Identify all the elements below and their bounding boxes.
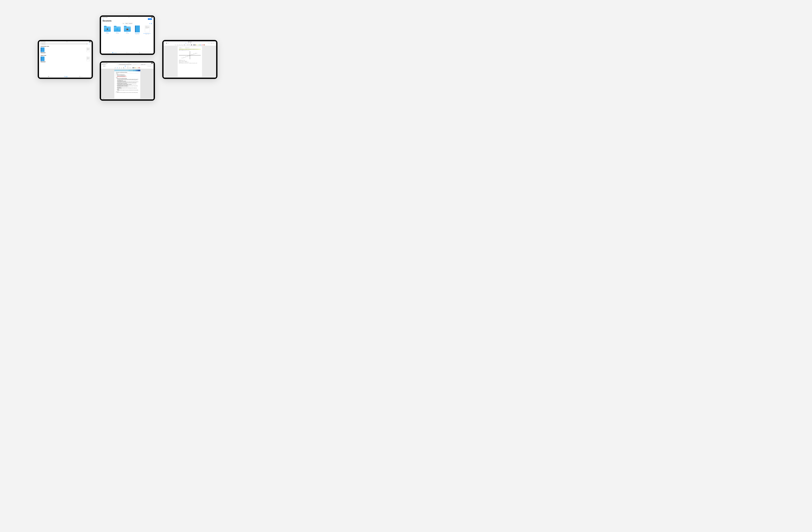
add-tab-icon[interactable]: + <box>215 42 216 42</box>
attach-tool[interactable] <box>187 44 188 45</box>
folder-work[interactable]: 💼 Work » Jul 29, 2024 <box>123 26 131 34</box>
result-notebook[interactable]: Meeting Notes 43 seconds ago <box>41 57 46 63</box>
svg-point-27 <box>125 67 126 68</box>
color-yellow[interactable] <box>196 44 197 45</box>
back-icon[interactable]: ‹ <box>163 42 165 42</box>
add-tab-button[interactable]: + <box>152 64 154 65</box>
doc-sequences[interactable]: Generating Sequences w… August 2, 2024 <box>143 26 151 34</box>
color-white[interactable] <box>198 44 198 45</box>
more-icon[interactable]: ⋯ <box>152 66 153 67</box>
undo-icon[interactable] <box>208 43 209 44</box>
folder-college[interactable]: 🎓 College » Jul 29, 2024 <box>103 26 112 34</box>
tab-meeting-notes[interactable]: Meeting Notes ⌄ ▢ <box>101 64 118 65</box>
mic-icon[interactable] <box>190 43 191 44</box>
tab-sequences[interactable]: ✕ Generating Sequences with Recurrent N…… <box>118 64 135 65</box>
color-black[interactable] <box>193 44 194 45</box>
color-white[interactable] <box>136 67 137 68</box>
search-input[interactable]: Action Items <box>40 43 88 45</box>
sort-icon[interactable] <box>149 23 150 24</box>
search-icon[interactable] <box>105 66 106 67</box>
tab-documents[interactable]: Documents <box>48 76 53 77</box>
more-icon[interactable]: ⋯ <box>214 43 215 44</box>
eraser-tool[interactable] <box>182 44 183 45</box>
folder-private[interactable]: 🌐 Private » Jul 29, 2024 <box>113 26 121 34</box>
view-grid-icon[interactable] <box>151 23 152 24</box>
search-value: Action Items <box>42 44 45 44</box>
cancel-button[interactable]: Cancel <box>89 44 91 44</box>
tab-boards[interactable]: Boards <box>139 52 142 53</box>
clear-icon[interactable] <box>87 44 87 44</box>
result-notebook[interactable]: Meeting Notes 43 seconds ago <box>41 47 46 54</box>
page-thumbnail[interactable] <box>86 57 90 61</box>
expand-icon[interactable]: ▢ <box>133 64 134 65</box>
mic-icon[interactable] <box>128 66 128 67</box>
share-icon[interactable] <box>213 43 214 44</box>
sort-segmented[interactable]: Date Name Favourite <box>122 23 133 24</box>
page-thumbnail[interactable] <box>86 47 90 52</box>
status-bar: 1:59 PM Tue Aug 6 ᯤ <box>101 62 154 64</box>
close-icon[interactable]: ▢ <box>117 64 117 65</box>
back-icon[interactable] <box>164 43 165 44</box>
undo-icon[interactable] <box>147 66 148 67</box>
attach-tool[interactable] <box>127 67 129 68</box>
lasso-tool[interactable] <box>186 44 186 45</box>
color-grey[interactable] <box>195 44 196 45</box>
sort-name[interactable]: Name <box>125 23 129 24</box>
color-red[interactable] <box>139 67 140 68</box>
tab-boards[interactable]: Boards <box>79 76 83 77</box>
grid-icon[interactable] <box>166 43 167 44</box>
settings-icon[interactable] <box>103 18 104 20</box>
color-black[interactable] <box>133 67 133 68</box>
tab-lecture[interactable]: ✕ Lecture 5 - CS ⌄ ▢ <box>135 64 152 65</box>
bookmark-icon[interactable] <box>211 43 212 44</box>
color-cyan[interactable] <box>200 44 201 45</box>
highlighter-tool[interactable] <box>180 44 182 45</box>
pen-tool[interactable] <box>115 67 116 68</box>
screen: ‹ MA1118.pdf + ⋯ <box>163 41 216 77</box>
art-icon[interactable] <box>125 66 126 67</box>
art-icon[interactable] <box>186 43 186 44</box>
highlighter-tool[interactable] <box>119 67 120 68</box>
back-icon[interactable] <box>102 66 103 67</box>
pencil-tool[interactable] <box>179 44 180 45</box>
pen-tool[interactable] <box>177 44 178 45</box>
tab-search[interactable]: Search <box>126 52 130 53</box>
color-brown[interactable] <box>138 67 139 68</box>
sort-favourite[interactable]: Favourite <box>128 23 133 24</box>
shapes-tool[interactable] <box>123 67 124 68</box>
color-brown[interactable] <box>204 44 205 45</box>
stroke-width[interactable] <box>191 45 192 45</box>
color-green[interactable] <box>199 44 200 45</box>
text-tool[interactable]: T <box>129 67 131 68</box>
folder-icon: 🌐 <box>114 27 121 32</box>
lasso-tool[interactable] <box>125 67 126 68</box>
svg-point-13 <box>126 52 127 53</box>
color-yellow[interactable] <box>135 67 136 68</box>
shapes-tool[interactable] <box>184 44 185 45</box>
tab-documents[interactable]: Documents <box>112 52 117 53</box>
expand-icon[interactable]: ▢ <box>150 64 151 65</box>
new-button[interactable]: + New <box>148 18 152 20</box>
page-canvas[interactable]: Meeting Notes: Internal Marketing Team M… <box>101 69 154 99</box>
sort-date[interactable]: Date <box>122 23 125 24</box>
text-tool[interactable]: T <box>189 44 189 45</box>
tab-math-pdf[interactable]: MA1118.pdf <box>165 42 215 42</box>
bookmark-icon[interactable] <box>149 66 149 67</box>
share-icon[interactable] <box>150 66 151 67</box>
color-pink[interactable] <box>201 44 202 45</box>
tab-search[interactable]: Search <box>64 76 68 77</box>
redo-icon[interactable] <box>209 43 210 44</box>
close-icon[interactable]: ✕ <box>135 64 136 65</box>
search-icon[interactable] <box>168 43 169 44</box>
color-red[interactable] <box>203 44 203 45</box>
page-title: Documents <box>101 20 154 23</box>
page-canvas[interactable]: ⌊−3/2⌋ = −2 ⌈7/2⌉ = ⌊4⌋ = 4 It is obviou… <box>163 46 216 77</box>
doc-meeting-notes[interactable]: Meeting Notes » August 5, 2024 <box>133 26 142 34</box>
expand-icon[interactable] <box>175 44 176 45</box>
grid-icon[interactable] <box>104 66 104 67</box>
chevron-down-icon: ⌄ <box>145 64 146 65</box>
color-grey[interactable] <box>134 67 135 68</box>
eraser-tool[interactable] <box>121 67 122 68</box>
link-icon[interactable] <box>188 43 189 44</box>
pen-tool-selected[interactable] <box>117 67 118 68</box>
